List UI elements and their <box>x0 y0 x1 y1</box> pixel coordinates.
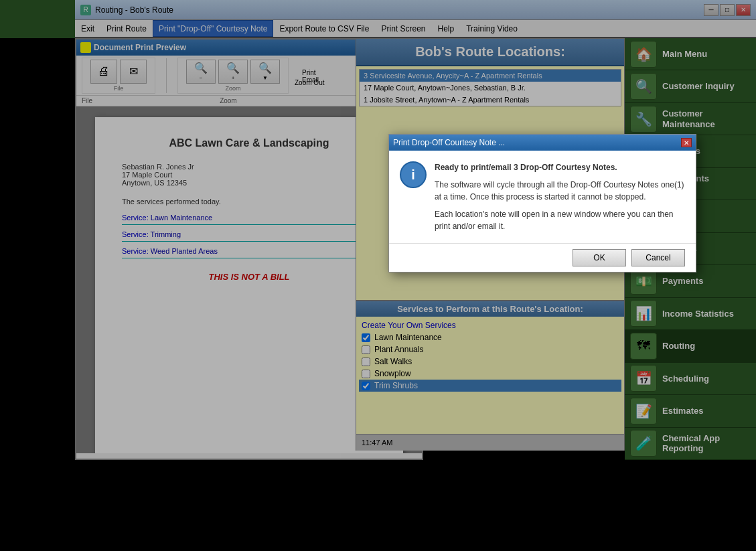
modal-overlay: Print Drop-Off Courtesy Note ... ✕ i Rea… <box>0 0 756 551</box>
modal-close-button[interactable]: ✕ <box>681 138 692 147</box>
modal-ok-button[interactable]: OK <box>573 249 626 266</box>
modal-body: i Ready to print/email 3 Drop-Off Courte… <box>389 151 696 243</box>
modal-titlebar: Print Drop-Off Courtesy Note ... ✕ <box>389 135 696 151</box>
modal-message-line3: Each location's note will open in a new … <box>435 208 685 232</box>
modal-message-line2: The software will cycle through all the … <box>435 179 685 203</box>
modal-dialog: Print Drop-Off Courtesy Note ... ✕ i Rea… <box>388 134 696 272</box>
modal-footer: OK Cancel <box>389 243 696 272</box>
modal-message: Ready to print/email 3 Drop-Off Courtesy… <box>435 161 685 232</box>
modal-cancel-button[interactable]: Cancel <box>631 249 685 266</box>
modal-message-line1: Ready to print/email 3 Drop-Off Courtesy… <box>435 161 685 173</box>
modal-info-icon: i <box>400 161 427 188</box>
modal-title: Print Drop-Off Courtesy Note ... <box>393 138 505 147</box>
